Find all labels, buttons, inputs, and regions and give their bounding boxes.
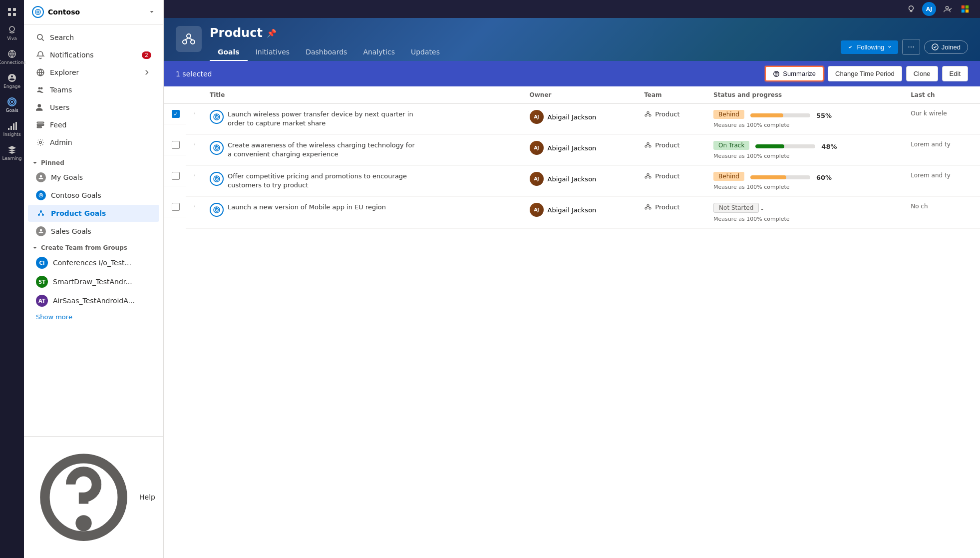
page-title-section: Product 📌 Goals Initiatives Dashboards A… [210,26,448,61]
tab-updates[interactable]: Updates [403,44,448,61]
row-checkbox[interactable] [172,203,180,211]
group-smartdraw[interactable]: ST SmartDraw_TestAndr... [28,273,159,291]
checkbox-cell[interactable] [164,197,186,217]
col-expand [186,86,204,104]
sidebar-item-notifications[interactable]: Notifications 2 [28,46,159,63]
team-name: Product [655,110,679,118]
rail-item-goals[interactable]: Goals [1,94,23,116]
chevron-down-small-icon2 [32,245,38,251]
tab-goals[interactable]: Goals [210,44,248,61]
user-icon[interactable]: AJ [922,2,936,16]
sidebar: Contoso Search Notifications 2 Explorer … [24,0,164,558]
pinned-section-header[interactable]: Pinned [24,155,163,168]
sidebar-item-feed[interactable]: Feed [28,116,159,133]
status-measure: Measure as 100% complete [713,184,899,190]
expand-cell[interactable] [186,104,204,135]
help-item[interactable]: Help [32,443,155,552]
last-checkin-text: No ch [911,203,951,210]
svg-point-44 [647,111,649,113]
sidebar-item-explorer[interactable]: Explorer [28,64,159,81]
checkbox-cell[interactable]: ✓ [164,104,186,124]
tab-analytics[interactable]: Analytics [355,44,403,61]
header-content: Product 📌 Goals Initiatives Dashboards A… [164,18,980,61]
row-checkbox[interactable]: ✓ [172,110,180,118]
pinned-my-goals[interactable]: My Goals [28,169,159,186]
svg-rect-29 [962,5,965,8]
row-expand-icon[interactable] [192,172,198,178]
joined-button[interactable]: Joined [924,40,968,54]
sidebar-item-search[interactable]: Search [28,29,159,46]
owner-avatar: AJ [530,141,544,155]
tab-dashboards[interactable]: Dashboards [298,44,355,61]
sales-goals-icon [36,226,46,236]
rail-item-insights[interactable]: Insights [1,118,23,140]
groups-section-header[interactable]: Create Team from Groups [24,240,163,253]
team-cell-inner: Product [644,141,701,149]
change-time-period-button[interactable]: Change Time Period [828,66,902,81]
svg-point-69 [645,207,647,209]
summarize-button[interactable]: Summarize [765,66,824,81]
row-expand-icon[interactable] [192,141,198,147]
org-selector[interactable]: Contoso [24,0,163,24]
product-goals-icon [36,208,46,218]
main-content: AJ Product 📌 Goals [164,0,980,558]
last-checkin-text: Our k wirele [911,110,951,117]
expand-cell[interactable] [186,166,204,197]
rail-item-connections[interactable]: Connections [1,46,23,68]
rail-item-learning[interactable]: Learning [1,142,23,164]
row-checkbox[interactable] [172,172,180,180]
table-row: Create awareness of the wireless chargin… [164,135,980,166]
svg-point-35 [191,40,195,44]
owner-cell: AJ Abigail Jackson [524,166,639,197]
following-button[interactable]: Following [841,40,898,54]
sidebar-item-admin[interactable]: Admin [28,134,159,151]
pinned-contoso-goals[interactable]: Contoso Goals [28,187,159,204]
team-cell-inner: Product [644,203,701,211]
goal-title-text: Launch wireless power transfer device by… [228,110,417,128]
col-last-header[interactable]: Last ch [905,86,980,104]
sidebar-item-explorer-label: Explorer [50,68,79,76]
col-team-header[interactable]: Team [638,86,707,104]
rail-item-waffle[interactable] [1,4,23,20]
microsoft-icon[interactable] [958,2,972,16]
pinned-sales-goals[interactable]: Sales Goals [28,223,159,240]
rail-item-viva[interactable]: Viva [1,22,23,44]
more-options-button[interactable]: ··· [902,39,920,55]
lightbulb-icon[interactable] [904,2,918,16]
last-checkin-cell: Lorem and ty [905,166,980,197]
progress-percent: 60% [816,174,832,181]
pinned-product-goals[interactable]: Product Goals [28,205,159,222]
tab-initiatives[interactable]: Initiatives [248,44,298,61]
progress-bar-container [750,175,810,179]
checkbox-cell[interactable] [164,166,186,186]
sidebar-item-teams[interactable]: Teams [28,81,159,98]
svg-rect-1 [13,8,16,11]
expand-cell[interactable] [186,197,204,229]
profile-menu-icon[interactable] [940,2,954,16]
clone-button[interactable]: Clone [906,66,938,81]
last-checkin-text: Lorem and ty [911,172,951,179]
owner-name: Abigail Jackson [548,113,597,121]
goal-title-text: Offer competitive pricing and promotions… [228,172,417,190]
col-title-header[interactable]: Title [204,86,524,104]
sidebar-item-feed-label: Feed [50,121,66,129]
group-airsaas[interactable]: AT AirSaas_TestAndroidA... [28,292,159,310]
row-expand-icon[interactable] [192,203,198,209]
edit-button[interactable]: Edit [942,66,968,81]
col-status-header[interactable]: Status and progress [707,86,905,104]
rail-item-engage[interactable]: Engage [1,70,23,92]
team-name: Product [655,141,679,149]
progress-percent: 48% [821,143,837,150]
goal-title-text: Launch a new version of Mobile app in EU… [228,203,386,212]
sidebar-item-users[interactable]: Users [28,99,159,116]
group-conferences[interactable]: CI Conferences i/o_Test... [28,254,159,272]
team-cell: Product [638,135,707,166]
expand-cell[interactable] [186,135,204,166]
add-group-icon[interactable] [149,245,155,251]
col-owner-header[interactable]: Owner [524,86,639,104]
row-expand-icon[interactable] [192,110,198,116]
show-more-link[interactable]: Show more [24,310,163,324]
checkbox-cell[interactable] [164,135,186,155]
goal-target-icon [213,175,221,183]
row-checkbox[interactable] [172,141,180,149]
